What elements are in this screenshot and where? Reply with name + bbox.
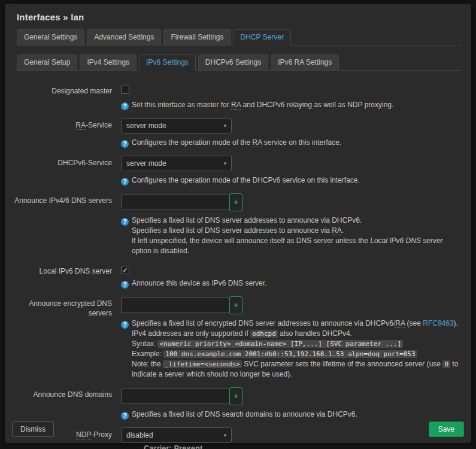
chevron-down-icon: ▾ [223,123,226,129]
subtab-general-setup[interactable]: General Setup [17,54,77,71]
help-icon: ? [121,218,129,226]
announce-dns-domains-input[interactable] [121,389,230,404]
announce-encrypted-dns-servers-help-text: Example: [132,350,163,358]
announce-dns-servers-help-text: RA [332,226,342,235]
local-ipv6-dns-server-help-line: ?Announce this device as IPv6 DNS server… [132,278,462,289]
announce-encrypted-dns-servers-help-text: <numeric priority> <domain-name> [IP,...… [157,340,403,348]
announce-encrypted-dns-servers-help-line: IPv4 addresses are only supported if odh… [132,329,462,339]
tab-dhcp-server[interactable]: DHCP Server [234,29,291,45]
ra-service-help-text: Configures the operation mode of the [132,138,252,147]
announce-encrypted-dns-servers-help-text: Note: the [132,360,163,368]
announce-encrypted-dns-servers-help-text: ). [454,319,458,327]
tab-general-settings[interactable]: General Settings [17,29,84,45]
announce-encrypted-dns-servers-help-text: _lifetime=<seconds> [163,360,242,368]
subtab-dhcpv6-settings[interactable]: DHCPv6 Settings [198,54,268,71]
main-tabs: General SettingsAdvanced SettingsFirewal… [14,29,462,45]
dhcpv6-service-label-text: DHCPv6-Service [57,159,112,167]
announce-encrypted-dns-servers-help-text: 100 dns.example.com 2001:db8::53,192.168… [163,350,417,358]
announce-dns-servers-help-line: Specifies a fixed list of DNS server add… [132,226,462,236]
help-icon: ? [121,412,129,420]
form-row-dhcpv6-service: DHCPv6-Serviceserver mode▾?Configures th… [14,156,462,186]
dhcpv6-service-select[interactable]: server mode▾ [121,156,232,171]
ipv6-settings-form: Designated master?Set this interface as … [12,84,464,449]
help-icon: ? [121,281,129,289]
form-row-announce-encrypted-dns-servers: Announce encrypted DNS servers+?Specifie… [14,296,462,380]
save-button[interactable]: Save [429,421,464,437]
modal-footer: Dismiss Save [12,421,464,437]
dismiss-button[interactable]: Dismiss [12,421,54,437]
form-row-designated-master: Designated master?Set this interface as … [14,84,462,110]
designated-master-control: ?Set this interface as master for RA and… [121,84,462,110]
announce-encrypted-dns-servers-help-text: Syntax: [132,339,157,348]
announce-dns-servers-help-text: option is disabled. [132,247,189,255]
announce-dns-servers-help: ?Specifies a fixed list of DNS server ad… [121,216,462,256]
help-icon: ? [121,321,129,329]
announce-encrypted-dns-servers-input[interactable] [121,298,230,313]
announce-dns-servers-label: Announce IPv4/6 DNS servers [14,193,112,206]
local-ipv6-dns-server-help-text: Announce this device as IPv6 DNS server. [132,279,266,287]
announce-dns-servers-help-text: Specifies a fixed list of DNS server add… [132,216,362,224]
announce-dns-servers-help-text: . [342,226,344,235]
local-ipv6-dns-server-control: ✓?Announce this device as IPv6 DNS serve… [121,264,462,289]
local-ipv6-dns-server-label: Local IPv6 DNS server [14,264,112,277]
subtab-ipv6-ra-settings[interactable]: IPv6 RA Settings [271,54,339,71]
ra-service-select-value: server mode [126,122,166,130]
announce-dns-domains-help: ?Specifies a fixed list of DNS search do… [121,409,462,420]
announce-encrypted-dns-servers-help-text: odhcpd [250,330,278,338]
announce-dns-domains-help-line: ?Specifies a fixed list of DNS search do… [132,409,462,420]
announce-encrypted-dns-servers-help-text: 0 [442,360,450,368]
announce-encrypted-dns-servers-help-text: RA [395,319,405,328]
announce-dns-servers-label-text: Announce IPv4/6 DNS servers [14,196,112,205]
dhcpv6-service-label: DHCPv6-Service [14,156,112,168]
announce-dns-domains-add-button[interactable]: + [229,387,242,405]
ra-service-select[interactable]: server mode▾ [121,118,232,134]
background-text: Carrier: Present [144,444,202,449]
announce-encrypted-dns-servers-label-text: Announce encrypted DNS servers [29,299,112,317]
page-title: Interfaces » lan [17,12,462,22]
announce-encrypted-dns-servers-help-line: Note: the _lifetime=<seconds> SVC parame… [132,359,462,380]
designated-master-label-text: Designated master [51,87,112,95]
announce-encrypted-dns-servers-help-text: SVC parameter sets the lifetime of the a… [242,360,443,368]
form-row-announce-dns-domains: Announce DNS domains+?Specifies a fixed … [14,387,462,420]
announce-dns-servers-control: +?Specifies a fixed list of DNS server a… [121,193,462,256]
local-ipv6-dns-server-label-text: Local IPv6 DNS server [40,267,112,275]
announce-dns-servers-add-button[interactable]: + [229,193,242,211]
announce-dns-domains-label: Announce DNS domains [14,387,112,400]
form-row-announce-dns-servers: Announce IPv4/6 DNS servers+?Specifies a… [14,193,462,256]
ra-service-label-text: -Service [86,121,112,129]
form-row-local-ipv6-dns-server: Local IPv6 DNS server✓?Announce this dev… [14,264,462,289]
designated-master-help: ?Set this interface as master for RA and… [121,100,462,110]
local-ipv6-dns-server-checkbox[interactable]: ✓ [121,266,129,274]
announce-encrypted-dns-servers-help-line: ?Specifies a fixed list of encrypted DNS… [132,318,462,329]
announce-dns-domains-label-text: Announce DNS domains [34,390,112,399]
ra-service-control: server mode▾?Configures the operation mo… [121,118,462,148]
announce-dns-servers-help-text: If left unspecified, the device will ann… [132,236,370,245]
subtab-ipv4-settings[interactable]: IPv4 Settings [80,54,137,71]
announce-dns-servers-help-text: Local IPv6 DNS server [370,236,442,245]
tab-firewall-settings[interactable]: Firewall Settings [163,29,231,45]
tab-advanced-settings[interactable]: Advanced Settings [87,29,161,45]
designated-master-checkbox[interactable] [121,86,129,94]
dhcpv6-service-help-text: Configures the operation mode of the DHC… [132,176,360,184]
announce-encrypted-dns-servers-help-text: also handles DHCPv4. [278,329,352,338]
dhcpv6-service-help: ?Configures the operation mode of the DH… [121,175,462,186]
announce-dns-domains-dynlist: + [121,387,462,405]
ra-service-label: RA-Service [14,118,112,131]
designated-master-help-text: RA [231,101,241,110]
announce-encrypted-dns-servers-help-text: Specifies a fixed list of encrypted DNS … [132,319,395,327]
announce-dns-domains-help-text: Specifies a fixed list of DNS search dom… [132,410,357,418]
dhcpv6-service-select-value: server mode [126,159,166,168]
help-icon: ? [121,178,129,186]
announce-encrypted-dns-servers-control: +?Specifies a fixed list of encrypted DN… [121,296,462,380]
announce-dns-servers-help-line: ?Specifies a fixed list of DNS server ad… [132,216,462,226]
announce-dns-servers-dynlist: + [121,193,462,211]
announce-encrypted-dns-servers-help-line: Syntax: <numeric priority> <domain-name>… [132,339,462,349]
subtab-ipv6-settings[interactable]: IPv6 Settings [139,54,196,71]
chevron-down-icon: ▾ [223,160,226,166]
announce-encrypted-dns-servers-add-button[interactable]: + [229,296,242,314]
announce-encrypted-dns-servers-help-line: Example: 100 dns.example.com 2001:db8::5… [132,349,462,359]
announce-dns-servers-input[interactable] [121,195,230,210]
dhcpv6-service-control: server mode▾?Configures the operation mo… [121,156,462,186]
interface-edit-modal: Interfaces » lan General SettingsAdvance… [5,4,471,443]
announce-encrypted-dns-servers-help-link[interactable]: RFC9463 [423,319,453,327]
